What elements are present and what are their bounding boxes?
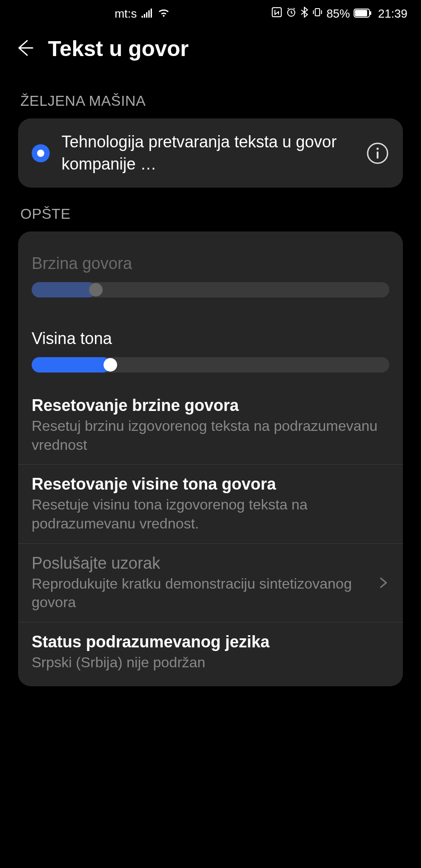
pitch-slider-block: Visina tona bbox=[18, 311, 403, 386]
list-item-subtitle: Resetuje visinu tona izgovorenog teksta … bbox=[32, 495, 389, 533]
status-right: 85% 21:39 bbox=[271, 7, 407, 21]
list-item-subtitle: Srpski (Srbija) nije podržan bbox=[32, 653, 389, 672]
clock-label: 21:39 bbox=[378, 7, 407, 21]
signal-icon bbox=[141, 7, 153, 21]
list-item-title: Status podrazumevanog jezika bbox=[32, 632, 389, 651]
pitch-label: Visina tona bbox=[32, 329, 389, 348]
list-item-text: Status podrazumevanog jezikaSrpski (Srbi… bbox=[32, 632, 389, 672]
list-item[interactable]: Resetovanje brzine govoraResetuj brzinu … bbox=[18, 386, 403, 464]
svg-point-7 bbox=[377, 147, 379, 150]
list-item[interactable]: Resetovanje visine tona govoraResetuje v… bbox=[18, 464, 403, 543]
engine-label: Tehnologija pretvaranja teksta u govor k… bbox=[61, 131, 354, 175]
speed-slider-block: Brzina govora bbox=[18, 245, 403, 311]
list-item-text: Resetovanje visine tona govoraResetuje v… bbox=[32, 475, 389, 533]
svg-rect-4 bbox=[355, 10, 367, 16]
pitch-slider-fill bbox=[32, 357, 110, 373]
nfc-icon bbox=[271, 7, 282, 21]
list-item-text: Resetovanje brzine govoraResetuj brzinu … bbox=[32, 396, 389, 454]
carrier-label: mt:s bbox=[114, 7, 137, 21]
list-item[interactable]: Status podrazumevanog jezikaSrpski (Srbi… bbox=[18, 622, 403, 682]
general-section-header: OPŠTE bbox=[0, 188, 421, 231]
pitch-slider[interactable] bbox=[32, 357, 389, 373]
list-item-text: Poslušajte uzorakReprodukujte kratku dem… bbox=[32, 554, 371, 612]
page-title: Tekst u govor bbox=[48, 36, 189, 61]
speed-slider bbox=[32, 282, 389, 297]
wifi-icon bbox=[157, 7, 170, 21]
battery-icon bbox=[354, 7, 372, 21]
speed-slider-fill bbox=[32, 282, 96, 297]
chevron-right-icon bbox=[377, 576, 389, 589]
list-item-title: Poslušajte uzorak bbox=[32, 554, 371, 573]
general-card: Brzina govora Visina tona Resetovanje br… bbox=[18, 231, 403, 686]
status-bar: mt:s 85% 21:39 bbox=[0, 0, 421, 27]
list-item-title: Resetovanje brzine govora bbox=[32, 396, 389, 415]
page-header: Tekst u govor bbox=[0, 27, 421, 75]
svg-rect-0 bbox=[272, 8, 281, 17]
engine-row[interactable]: Tehnologija pretvaranja teksta u govor k… bbox=[18, 118, 403, 188]
speed-label: Brzina govora bbox=[32, 254, 389, 273]
engine-info-button[interactable] bbox=[366, 142, 389, 165]
engine-card: Tehnologija pretvaranja teksta u govor k… bbox=[18, 118, 403, 188]
list-item-title: Resetovanje visine tona govora bbox=[32, 475, 389, 494]
svg-rect-8 bbox=[377, 151, 378, 159]
list-item-subtitle: Reprodukujte kratku demonstraciju sintet… bbox=[32, 575, 371, 612]
list-item[interactable]: Poslušajte uzorakReprodukujte kratku dem… bbox=[18, 543, 403, 622]
svg-rect-5 bbox=[370, 11, 371, 15]
pitch-slider-thumb[interactable] bbox=[104, 358, 117, 372]
battery-pct: 85% bbox=[326, 7, 350, 21]
speed-slider-thumb bbox=[89, 283, 103, 297]
radio-selected-icon bbox=[32, 144, 50, 162]
vibrate-icon bbox=[312, 7, 323, 21]
back-button[interactable] bbox=[14, 37, 35, 61]
svg-rect-2 bbox=[315, 9, 320, 16]
engine-section-header: ŽELJENA MAŠINA bbox=[0, 75, 421, 118]
bluetooth-icon bbox=[300, 7, 308, 21]
list-item-subtitle: Resetuj brzinu izgovorenog teksta na pod… bbox=[32, 417, 389, 454]
alarm-icon bbox=[286, 7, 297, 21]
status-left: mt:s bbox=[14, 7, 271, 21]
